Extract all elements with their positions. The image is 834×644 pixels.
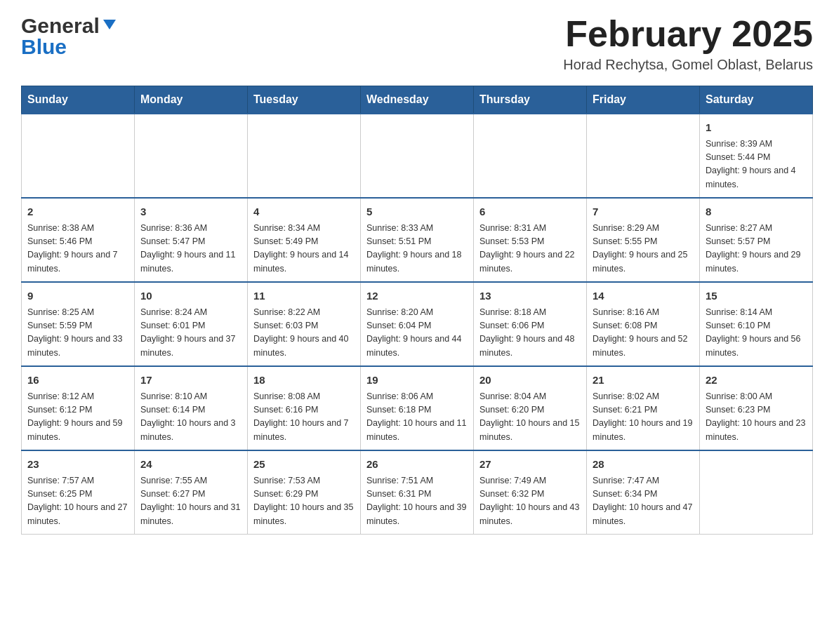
calendar-cell: 11Sunrise: 8:22 AMSunset: 6:03 PMDayligh… <box>248 282 361 366</box>
calendar-week-row: 2Sunrise: 8:38 AMSunset: 5:46 PMDaylight… <box>22 198 813 282</box>
calendar-cell: 2Sunrise: 8:38 AMSunset: 5:46 PMDaylight… <box>22 198 135 282</box>
day-info: Sunrise: 8:27 AMSunset: 5:57 PMDaylight:… <box>706 222 807 276</box>
day-number: 13 <box>479 288 581 304</box>
day-info: Sunrise: 8:08 AMSunset: 6:16 PMDaylight:… <box>253 390 355 445</box>
calendar-cell: 21Sunrise: 8:02 AMSunset: 6:21 PMDayligh… <box>587 366 700 450</box>
day-info: Sunrise: 8:02 AMSunset: 6:21 PMDaylight:… <box>593 390 694 445</box>
day-number: 1 <box>706 120 807 136</box>
calendar-cell: 28Sunrise: 7:47 AMSunset: 6:34 PMDayligh… <box>587 450 700 535</box>
day-number: 7 <box>593 204 694 220</box>
calendar-cell: 18Sunrise: 8:08 AMSunset: 6:16 PMDayligh… <box>248 366 361 450</box>
calendar-cell: 4Sunrise: 8:34 AMSunset: 5:49 PMDaylight… <box>248 198 361 282</box>
calendar-cell: 25Sunrise: 7:53 AMSunset: 6:29 PMDayligh… <box>248 450 361 535</box>
calendar-cell <box>700 450 813 535</box>
page-header: General Blue February 2025 Horad Rechyts… <box>21 14 813 73</box>
calendar-cell: 16Sunrise: 8:12 AMSunset: 6:12 PMDayligh… <box>22 366 135 450</box>
day-number: 20 <box>479 373 581 389</box>
calendar-week-row: 16Sunrise: 8:12 AMSunset: 6:12 PMDayligh… <box>22 366 813 450</box>
day-number: 26 <box>366 457 468 473</box>
day-info: Sunrise: 7:55 AMSunset: 6:27 PMDaylight:… <box>140 474 241 529</box>
logo-general-text: General <box>21 14 100 38</box>
day-number: 24 <box>140 457 241 473</box>
logo: General Blue <box>21 14 117 59</box>
calendar-cell <box>135 114 248 198</box>
calendar-cell <box>474 114 587 198</box>
day-info: Sunrise: 8:38 AMSunset: 5:46 PMDaylight:… <box>27 222 128 276</box>
day-number: 21 <box>593 373 694 389</box>
calendar-cell: 13Sunrise: 8:18 AMSunset: 6:06 PMDayligh… <box>474 282 587 366</box>
calendar-week-row: 9Sunrise: 8:25 AMSunset: 5:59 PMDaylight… <box>22 282 813 366</box>
logo-arrow-icon <box>102 17 117 35</box>
calendar-cell: 14Sunrise: 8:16 AMSunset: 6:08 PMDayligh… <box>587 282 700 366</box>
day-number: 19 <box>366 373 468 389</box>
calendar-cell: 9Sunrise: 8:25 AMSunset: 5:59 PMDaylight… <box>22 282 135 366</box>
calendar-cell <box>248 114 361 198</box>
day-number: 11 <box>253 288 355 304</box>
day-info: Sunrise: 7:51 AMSunset: 6:31 PMDaylight:… <box>366 474 468 529</box>
calendar-cell: 23Sunrise: 7:57 AMSunset: 6:25 PMDayligh… <box>22 450 135 535</box>
calendar-cell: 24Sunrise: 7:55 AMSunset: 6:27 PMDayligh… <box>135 450 248 535</box>
calendar-cell <box>361 114 474 198</box>
calendar-cell: 10Sunrise: 8:24 AMSunset: 6:01 PMDayligh… <box>135 282 248 366</box>
day-info: Sunrise: 8:29 AMSunset: 5:55 PMDaylight:… <box>593 222 694 276</box>
day-info: Sunrise: 8:16 AMSunset: 6:08 PMDaylight:… <box>593 306 694 361</box>
day-info: Sunrise: 8:10 AMSunset: 6:14 PMDaylight:… <box>140 390 241 445</box>
logo-blue-text: Blue <box>21 35 67 59</box>
calendar-table: SundayMondayTuesdayWednesdayThursdayFrid… <box>21 86 813 535</box>
day-info: Sunrise: 7:57 AMSunset: 6:25 PMDaylight:… <box>27 474 128 529</box>
day-number: 6 <box>479 204 581 220</box>
day-info: Sunrise: 7:47 AMSunset: 6:34 PMDaylight:… <box>593 474 694 529</box>
day-info: Sunrise: 7:53 AMSunset: 6:29 PMDaylight:… <box>253 474 355 529</box>
calendar-cell: 1Sunrise: 8:39 AMSunset: 5:44 PMDaylight… <box>700 114 813 198</box>
day-number: 15 <box>706 288 807 304</box>
weekday-header-monday: Monday <box>135 86 248 114</box>
day-info: Sunrise: 8:34 AMSunset: 5:49 PMDaylight:… <box>253 222 355 276</box>
calendar-cell: 22Sunrise: 8:00 AMSunset: 6:23 PMDayligh… <box>700 366 813 450</box>
day-info: Sunrise: 8:12 AMSunset: 6:12 PMDaylight:… <box>27 390 128 445</box>
day-number: 4 <box>253 204 355 220</box>
day-number: 22 <box>706 373 807 389</box>
calendar-cell <box>587 114 700 198</box>
calendar-cell <box>22 114 135 198</box>
day-info: Sunrise: 8:18 AMSunset: 6:06 PMDaylight:… <box>479 306 581 361</box>
day-info: Sunrise: 8:39 AMSunset: 5:44 PMDaylight:… <box>706 137 807 192</box>
day-number: 3 <box>140 204 241 220</box>
day-number: 12 <box>366 288 468 304</box>
day-info: Sunrise: 8:04 AMSunset: 6:20 PMDaylight:… <box>479 390 581 445</box>
day-number: 10 <box>140 288 241 304</box>
calendar-header-row: SundayMondayTuesdayWednesdayThursdayFrid… <box>22 86 813 114</box>
weekday-header-thursday: Thursday <box>474 86 587 114</box>
day-number: 5 <box>366 204 468 220</box>
calendar-cell: 5Sunrise: 8:33 AMSunset: 5:51 PMDaylight… <box>361 198 474 282</box>
calendar-cell: 27Sunrise: 7:49 AMSunset: 6:32 PMDayligh… <box>474 450 587 535</box>
day-info: Sunrise: 8:36 AMSunset: 5:47 PMDaylight:… <box>140 222 241 276</box>
weekday-header-friday: Friday <box>587 86 700 114</box>
title-block: February 2025 Horad Rechytsa, Gomel Obla… <box>563 14 813 73</box>
weekday-header-saturday: Saturday <box>700 86 813 114</box>
day-number: 28 <box>593 457 694 473</box>
day-number: 16 <box>27 373 128 389</box>
calendar-cell: 7Sunrise: 8:29 AMSunset: 5:55 PMDaylight… <box>587 198 700 282</box>
day-number: 23 <box>27 457 128 473</box>
day-info: Sunrise: 7:49 AMSunset: 6:32 PMDaylight:… <box>479 474 581 529</box>
day-number: 8 <box>706 204 807 220</box>
day-info: Sunrise: 8:33 AMSunset: 5:51 PMDaylight:… <box>366 222 468 276</box>
calendar-cell: 8Sunrise: 8:27 AMSunset: 5:57 PMDaylight… <box>700 198 813 282</box>
location: Horad Rechytsa, Gomel Oblast, Belarus <box>563 57 813 73</box>
day-info: Sunrise: 8:06 AMSunset: 6:18 PMDaylight:… <box>366 390 468 445</box>
svg-marker-0 <box>103 20 116 29</box>
day-number: 25 <box>253 457 355 473</box>
calendar-cell: 3Sunrise: 8:36 AMSunset: 5:47 PMDaylight… <box>135 198 248 282</box>
calendar-week-row: 1Sunrise: 8:39 AMSunset: 5:44 PMDaylight… <box>22 114 813 198</box>
calendar-cell: 20Sunrise: 8:04 AMSunset: 6:20 PMDayligh… <box>474 366 587 450</box>
day-number: 9 <box>27 288 128 304</box>
calendar-cell: 17Sunrise: 8:10 AMSunset: 6:14 PMDayligh… <box>135 366 248 450</box>
day-number: 14 <box>593 288 694 304</box>
day-info: Sunrise: 8:24 AMSunset: 6:01 PMDaylight:… <box>140 306 241 361</box>
day-info: Sunrise: 8:31 AMSunset: 5:53 PMDaylight:… <box>479 222 581 276</box>
day-info: Sunrise: 8:25 AMSunset: 5:59 PMDaylight:… <box>27 306 128 361</box>
day-info: Sunrise: 8:20 AMSunset: 6:04 PMDaylight:… <box>366 306 468 361</box>
calendar-cell: 19Sunrise: 8:06 AMSunset: 6:18 PMDayligh… <box>361 366 474 450</box>
calendar-cell: 26Sunrise: 7:51 AMSunset: 6:31 PMDayligh… <box>361 450 474 535</box>
calendar-cell: 15Sunrise: 8:14 AMSunset: 6:10 PMDayligh… <box>700 282 813 366</box>
